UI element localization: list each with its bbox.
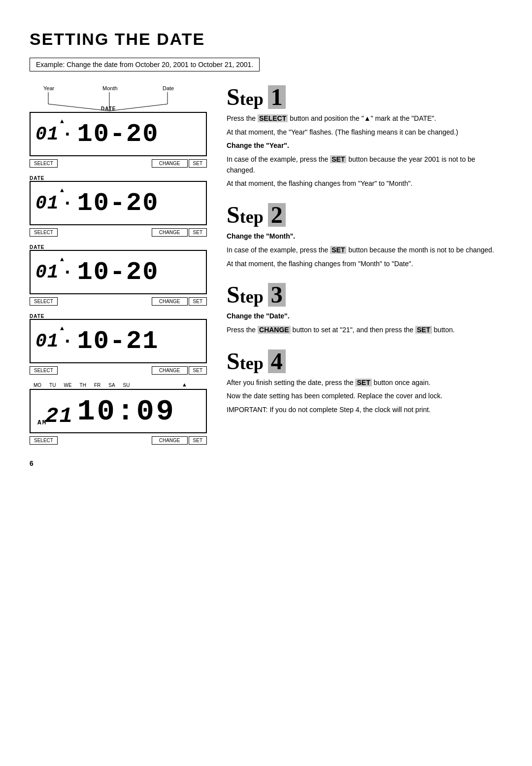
step-1-sub-p2: At that moment, the flashing changes fro… <box>227 178 502 189</box>
highlight-select-1: SELECT <box>258 114 288 122</box>
step-1-subhead: Change the "Year". <box>227 140 502 151</box>
buttons-row-4: SELECT CHANGE SET <box>30 366 207 375</box>
step-2-sub-p2: At that moment, the flashing changes fro… <box>227 259 502 270</box>
display-separator-3: · <box>62 262 74 283</box>
display-group-1: Year Month Date DATE <box>30 85 207 168</box>
svg-line-5 <box>109 104 167 111</box>
step-4-num: 4 <box>268 349 286 373</box>
btn-change-3[interactable]: CHANGE <box>152 297 188 306</box>
btn-set-1[interactable]: SET <box>189 159 207 168</box>
display-date-1: 10-20 <box>77 120 159 149</box>
label-date-tag-2: DATE <box>30 175 207 181</box>
step-1-rest: tep <box>240 89 268 109</box>
label-date-tag-1: DATE <box>101 106 116 111</box>
bracket-svg <box>30 85 207 112</box>
step-3-s: S <box>227 283 240 307</box>
step-1-heading: S tep 1 <box>227 85 502 109</box>
step-3-block: S tep 3 Change the "Date". Press the CHA… <box>227 283 502 335</box>
step-3-sub-p1: Press the CHANGE button to set at "21", … <box>227 325 502 336</box>
display-box-1: ▲ 01 · 10-20 <box>30 112 207 156</box>
step-3-subhead: Change the "Date". <box>227 311 502 322</box>
step-2-heading: S tep 2 <box>227 203 502 227</box>
clock-date: 21 <box>45 404 73 428</box>
display-separator-1: · <box>62 124 74 145</box>
step-4-rest: tep <box>240 353 268 374</box>
step-1-block: S tep 1 Press the SELECT button and posi… <box>227 85 502 189</box>
highlight-set-1: SET <box>330 155 346 163</box>
step-4-block: S tep 4 After you finish setting the dat… <box>227 349 502 416</box>
btn-change-4[interactable]: CHANGE <box>152 366 188 375</box>
label-date-tag-3: DATE <box>30 244 207 250</box>
step-2-rest: tep <box>240 207 268 227</box>
main-layout: Year Month Date DATE <box>30 85 502 467</box>
step-3-body: Change the "Date". Press the CHANGE butt… <box>227 311 502 335</box>
step-1-num: 1 <box>268 85 286 109</box>
btn-change-2[interactable]: CHANGE <box>152 228 188 237</box>
right-column: S tep 1 Press the SELECT button and posi… <box>227 85 502 429</box>
label-date-tag-4: DATE <box>30 313 207 319</box>
step-3-num: 3 <box>268 283 286 307</box>
arrow-up-1: ▲ <box>60 118 65 125</box>
step-4-p1: After you finish setting the date, press… <box>227 378 502 388</box>
page-number: 6 <box>30 459 207 467</box>
arrow-up-3: ▲ <box>60 256 65 263</box>
weekday-row: MO TU WE TH FR SA SU ▲ <box>33 383 207 388</box>
highlight-change-3: CHANGE <box>258 326 291 334</box>
arrow-up-4: ▲ <box>60 325 65 332</box>
step-3-rest: tep <box>240 286 268 307</box>
weekday-arrow: ▲ <box>182 382 187 387</box>
buttons-row-2: SELECT CHANGE SET <box>30 228 207 237</box>
display-inner-1: ▲ 01 · 10-20 <box>35 117 201 151</box>
clock-time: 10:09 <box>77 395 176 428</box>
step-2-body: Change the "Month". In case of the examp… <box>227 231 502 269</box>
display-separator-4: · <box>62 331 74 352</box>
btn-select-3[interactable]: SELECT <box>30 297 58 306</box>
highlight-set-2: SET <box>330 246 346 254</box>
step-3-heading: S tep 3 <box>227 283 502 307</box>
display-inner-2: ▲ 01 · 10-20 <box>35 186 201 220</box>
display-date-3: 10-20 <box>77 258 159 287</box>
highlight-set-3: SET <box>415 326 432 334</box>
step-4-heading: S tep 4 <box>227 349 502 374</box>
arrow-up-2: ▲ <box>60 187 65 194</box>
btn-set-2[interactable]: SET <box>189 228 207 237</box>
step-2-num: 2 <box>268 203 286 227</box>
wd-tu: TU <box>49 383 56 388</box>
step-4-p2: Now the date setting has been completed.… <box>227 391 502 402</box>
example-text: Example: Change the date from October 20… <box>30 58 260 71</box>
btn-select-5[interactable]: SELECT <box>30 436 58 445</box>
btn-change-1[interactable]: CHANGE <box>152 159 188 168</box>
highlight-set-4: SET <box>355 379 371 386</box>
wd-mo: MO <box>33 383 41 388</box>
btn-set-4[interactable]: SET <box>189 366 207 375</box>
display-group-3: DATE ▲ 01 · 10-20 SELECT CHANGE SET <box>30 244 207 306</box>
step-1-body: Press the SELECT button and position the… <box>227 113 502 189</box>
display-year-1: 01 <box>35 124 59 145</box>
display-date-4: 10-21 <box>77 327 159 356</box>
btn-select-4[interactable]: SELECT <box>30 366 58 375</box>
btn-change-5[interactable]: CHANGE <box>152 436 188 445</box>
buttons-row-1: SELECT CHANGE SET <box>30 159 207 168</box>
display-box-2: ▲ 01 · 10-20 <box>30 181 207 225</box>
step-1-p2: At that moment, the "Year" flashes. (The… <box>227 127 502 138</box>
display-group-5: MO TU WE TH FR SA SU ▲ AM 21 10:09 SELEC… <box>30 383 207 445</box>
btn-select-1[interactable]: SELECT <box>30 159 58 168</box>
left-column: Year Month Date DATE <box>30 85 207 467</box>
step-4-s: S <box>227 349 240 373</box>
page-title: SETTING THE DATE <box>30 30 502 49</box>
step-4-p3: IMPORTANT: If you do not complete Step 4… <box>227 405 502 416</box>
btn-set-5[interactable]: SET <box>189 436 207 445</box>
step-2-subhead: Change the "Month". <box>227 231 502 242</box>
step-1-s: S <box>227 85 240 109</box>
btn-set-3[interactable]: SET <box>189 297 207 306</box>
wd-th: TH <box>80 383 86 388</box>
step-1-p1: Press the SELECT button and position the… <box>227 113 502 124</box>
display-year-2: 01 <box>35 193 59 214</box>
btn-select-2[interactable]: SELECT <box>30 228 58 237</box>
display-group-4: DATE ▲ 01 · 10-21 SELECT CHANGE SET <box>30 313 207 375</box>
display-date-2: 10-20 <box>77 189 159 218</box>
display-box-3: ▲ 01 · 10-20 <box>30 250 207 294</box>
wd-su: SU <box>123 383 130 388</box>
display-year-3: 01 <box>35 262 59 283</box>
display-inner-4: ▲ 01 · 10-21 <box>35 324 201 358</box>
